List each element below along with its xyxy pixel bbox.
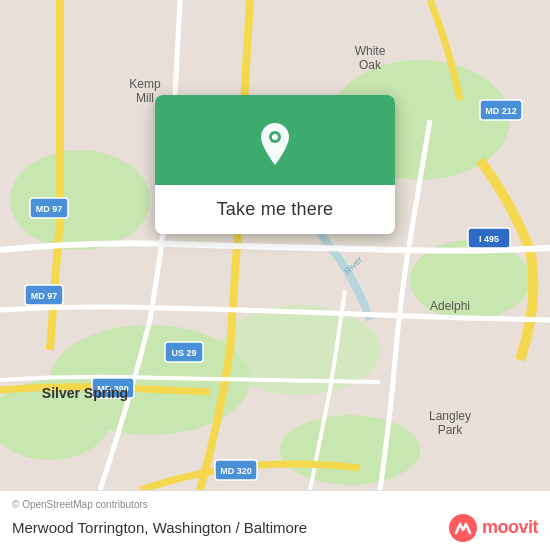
- svg-text:Silver Spring: Silver Spring: [42, 385, 128, 401]
- svg-text:I 495: I 495: [479, 234, 499, 244]
- bottom-row: Merwood Torrington, Washington / Baltimo…: [12, 513, 538, 543]
- svg-point-32: [272, 134, 278, 140]
- map-attribution: © OpenStreetMap contributors: [12, 499, 538, 510]
- svg-text:Langley: Langley: [429, 409, 471, 423]
- svg-text:Mill: Mill: [136, 91, 154, 105]
- svg-text:White: White: [355, 44, 386, 58]
- svg-text:MD 97: MD 97: [36, 204, 63, 214]
- take-me-there-button[interactable]: Take me there: [155, 185, 395, 234]
- popup-green-area: [155, 95, 395, 185]
- location-pin-icon: [251, 119, 299, 167]
- moovit-brand-icon: [448, 513, 478, 543]
- popup-card: Take me there: [155, 95, 395, 234]
- location-title: Merwood Torrington, Washington / Baltimo…: [12, 519, 307, 536]
- svg-text:MD 320: MD 320: [220, 466, 252, 476]
- map-container: MD 97 MD 97 US 29 I 495 MD 212 MD 390 MD…: [0, 0, 550, 490]
- bottom-bar: © OpenStreetMap contributors Merwood Tor…: [0, 490, 550, 550]
- svg-point-6: [280, 415, 420, 485]
- svg-text:Oak: Oak: [359, 58, 382, 72]
- svg-text:US 29: US 29: [171, 348, 196, 358]
- moovit-text: moovit: [482, 517, 538, 538]
- map-background: MD 97 MD 97 US 29 I 495 MD 212 MD 390 MD…: [0, 0, 550, 490]
- svg-text:Kemp: Kemp: [129, 77, 161, 91]
- svg-text:Adelphi: Adelphi: [430, 299, 470, 313]
- svg-text:Park: Park: [438, 423, 464, 437]
- svg-text:MD 212: MD 212: [485, 106, 517, 116]
- svg-text:MD 97: MD 97: [31, 291, 58, 301]
- moovit-logo: moovit: [448, 513, 538, 543]
